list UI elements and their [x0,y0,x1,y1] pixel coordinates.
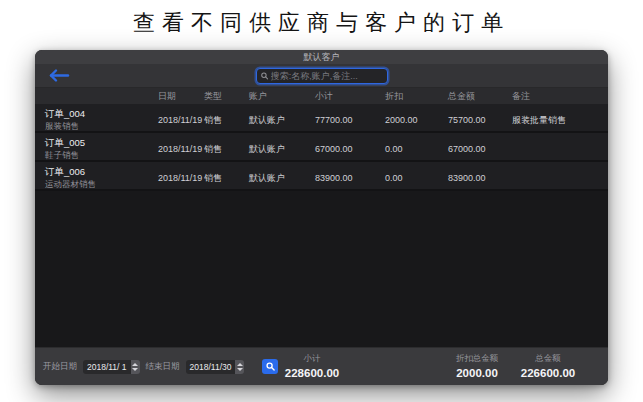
window-titlebar: 默认客户 [35,50,608,64]
date-filter-controls: 开始日期 2018/11/ 1 结束日期 2018/11/30 [43,359,278,374]
cell-total: 75700.00 [443,115,507,125]
cell-type: 销售 [199,143,244,156]
toolbar [35,64,608,88]
start-date-label: 开始日期 [43,361,77,373]
cell-subtotal: 77700.00 [310,115,380,125]
search-field[interactable] [256,68,388,84]
cell-discount: 0.00 [380,173,443,183]
table-empty-area [35,191,608,347]
column-header-note[interactable]: 备注 [507,90,608,103]
cell-subtotal: 67000.00 [310,144,380,154]
cell-subtotal: 83900.00 [310,173,380,183]
cell-note: 服装批量销售 [507,114,608,127]
end-date-field[interactable]: 2018/11/30 [186,360,245,374]
start-date-stepper[interactable] [131,360,140,374]
start-date-field[interactable]: 2018/11/ 1 [83,360,140,374]
table-row[interactable]: 订单_006 运动器材销售 2018/11/19 销售 默认账户 83900.0… [35,162,608,191]
end-date-stepper[interactable] [235,360,244,374]
cell-order: 订单_006 运动器材销售 [35,162,153,194]
column-header-date[interactable]: 日期 [153,90,199,103]
column-header-type[interactable]: 类型 [199,90,244,103]
filter-search-button[interactable] [262,359,278,374]
cell-discount: 2000.00 [380,115,443,125]
cell-date: 2018/11/19 [153,144,199,154]
order-id: 订单_005 [45,137,153,150]
summary-total-label: 总金额 [521,353,575,365]
cell-total: 67000.00 [443,144,507,154]
summary-discount: 折扣总金额 2000.00 [456,353,499,379]
cell-discount: 0.00 [380,144,443,154]
end-date-value[interactable]: 2018/11/30 [186,360,236,374]
stepper-up-icon [132,363,138,366]
window-title: 默认客户 [304,51,340,64]
table-row[interactable]: 订单_005 鞋子销售 2018/11/19 销售 默认账户 67000.00 … [35,133,608,162]
cell-total: 83900.00 [443,173,507,183]
cell-order: 订单_004 服装销售 [35,104,153,136]
cell-order: 订单_005 鞋子销售 [35,133,153,165]
summary-total: 总金额 226600.00 [521,353,575,379]
column-header-account[interactable]: 账户 [244,90,310,103]
summary-discount-value: 2000.00 [456,367,499,379]
cell-type: 销售 [199,114,244,127]
search-icon [261,72,268,80]
order-name: 运动器材销售 [45,179,153,191]
cell-account: 默认账户 [244,143,310,156]
table-header: 日期 类型 账户 小计 折扣 总金额 备注 [35,88,608,104]
cell-account: 默认账户 [244,172,310,185]
page-caption: 查看不同供应商与客户的订单 [0,8,643,38]
stepper-down-icon [132,368,138,371]
cell-type: 销售 [199,172,244,185]
cell-date: 2018/11/19 [153,115,199,125]
cell-account: 默认账户 [244,114,310,127]
order-id: 订单_006 [45,166,153,179]
footer-bar: 开始日期 2018/11/ 1 结束日期 2018/11/30 [35,347,608,385]
app-window: 默认客户 日期 类型 账户 小计 折扣 总金额 备注 订单_004 服装销售 [35,50,608,385]
search-icon [266,362,275,371]
back-button[interactable] [47,68,71,83]
table-row[interactable]: 订单_004 服装销售 2018/11/19 销售 默认账户 77700.00 … [35,104,608,133]
order-name: 服装销售 [45,121,153,133]
summary-subtotal-label: 小计 [285,353,339,365]
column-header-discount[interactable]: 折扣 [380,90,443,103]
search-input[interactable] [271,71,383,81]
summary-total-value: 226600.00 [521,367,575,379]
stepper-down-icon [237,368,243,371]
order-id: 订单_004 [45,108,153,121]
summary-subtotal-value: 228600.00 [285,367,339,379]
summary-subtotal: 小计 228600.00 [285,353,339,379]
cell-date: 2018/11/19 [153,173,199,183]
stepper-up-icon [237,363,243,366]
column-header-subtotal[interactable]: 小计 [310,90,380,103]
order-name: 鞋子销售 [45,150,153,162]
summary-discount-label: 折扣总金额 [456,353,499,365]
column-header-total[interactable]: 总金额 [443,90,507,103]
end-date-label: 结束日期 [146,361,180,373]
start-date-value[interactable]: 2018/11/ 1 [83,360,131,374]
back-arrow-icon [47,68,71,83]
